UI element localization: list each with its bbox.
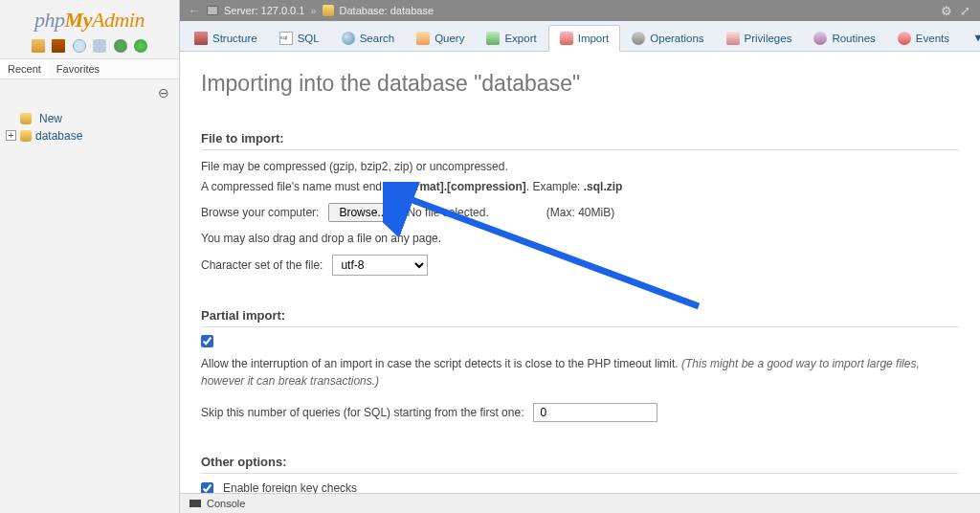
no-file-text: No file selected.	[407, 206, 488, 219]
sidebar-tabs: Recent Favorites	[0, 58, 179, 79]
privileges-icon	[726, 32, 740, 45]
page-title: Importing into the database "database"	[201, 71, 959, 97]
section-file: File to import:	[201, 125, 959, 150]
tab-query[interactable]: Query	[406, 26, 475, 51]
home-icon[interactable]	[32, 39, 45, 53]
nav-back-icon[interactable]: ←	[188, 3, 201, 18]
section-partial: Partial import:	[201, 302, 959, 327]
partial-text: Allow the interruption of an import in c…	[201, 355, 959, 390]
tab-operations[interactable]: Operations	[621, 26, 714, 51]
skip-input[interactable]	[533, 403, 657, 422]
export-icon	[486, 32, 500, 45]
events-icon	[898, 32, 911, 45]
breadcrumb-bar: ← Server: 127.0.0.1 » Database: database…	[180, 0, 980, 21]
operations-icon	[632, 32, 645, 45]
routines-icon	[813, 32, 827, 45]
sidebar: phpMyAdmin Recent Favorites ⊖ New +	[0, 0, 180, 513]
tab-search[interactable]: Search	[331, 26, 405, 51]
drag-hint: You may also drag and drop a file on any…	[201, 230, 959, 247]
tab-sql[interactable]: SQL	[269, 26, 330, 51]
file-hint2: A compressed file's name must end in .[f…	[201, 178, 959, 195]
main: ← Server: 127.0.0.1 » Database: database…	[180, 0, 980, 513]
tree-new-label: New	[39, 112, 62, 125]
file-hint1: File may be compressed (gzip, bzip2, zip…	[201, 158, 959, 175]
tree-db-label: database	[35, 129, 82, 143]
console-label: Console	[207, 498, 245, 509]
db-tree: New + database	[0, 106, 179, 148]
expand-icon[interactable]: ⤢	[960, 4, 970, 18]
browse-button[interactable]: Browse...	[328, 203, 397, 222]
expand-icon[interactable]: +	[6, 130, 16, 141]
tab-privileges[interactable]: Privileges	[716, 26, 803, 51]
console-bar[interactable]: Console	[180, 493, 980, 513]
tab-favorites[interactable]: Favorites	[49, 59, 107, 78]
breadcrumb-db[interactable]: Database: database	[340, 5, 434, 16]
sql-icon[interactable]	[73, 39, 86, 53]
tab-structure[interactable]: Structure	[184, 26, 268, 51]
tree-new[interactable]: New	[6, 110, 173, 127]
reload-icon[interactable]	[134, 39, 147, 53]
docs-icon[interactable]	[93, 39, 106, 53]
tab-import[interactable]: Import	[548, 25, 621, 52]
tab-events[interactable]: Events	[887, 26, 960, 51]
tab-recent[interactable]: Recent	[0, 59, 49, 78]
settings-icon[interactable]	[114, 39, 127, 53]
tab-export[interactable]: Export	[476, 26, 546, 51]
nav-tabs: Structure SQL Search Query Export Import…	[180, 21, 980, 52]
sidebar-icon-row	[0, 36, 179, 58]
max-size-text: (Max: 40MiB)	[546, 206, 614, 219]
query-icon	[416, 32, 430, 45]
db-icon	[20, 113, 32, 124]
browse-label: Browse your computer:	[201, 206, 319, 219]
console-icon	[189, 500, 201, 507]
skip-label: Skip this number of queries (for SQL) st…	[201, 406, 523, 419]
sql-icon	[279, 32, 293, 45]
content: Importing into the database "database" F…	[180, 52, 980, 513]
breadcrumb-server[interactable]: Server: 127.0.0.1	[224, 5, 304, 16]
tab-routines[interactable]: Routines	[803, 26, 885, 51]
server-icon	[207, 6, 218, 15]
charset-label: Character set of the file:	[201, 258, 323, 272]
search-icon	[342, 32, 355, 45]
section-other: Other options:	[201, 449, 959, 474]
charset-select[interactable]: utf-8	[332, 255, 428, 276]
gear-icon[interactable]: ⚙	[941, 4, 952, 18]
database-icon	[323, 5, 334, 16]
more-icon: ▾	[971, 32, 980, 45]
import-icon	[560, 32, 573, 45]
db-icon[interactable]	[52, 39, 65, 53]
db-icon	[20, 130, 32, 142]
browse-row: Browse your computer: Browse... No file …	[201, 203, 959, 222]
tree-db[interactable]: + database	[6, 127, 173, 145]
charset-row: Character set of the file: utf-8	[201, 255, 959, 276]
collapse-icon[interactable]: ⊖	[0, 79, 179, 106]
tab-more[interactable]: ▾More	[961, 26, 980, 51]
partial-checkbox[interactable]	[201, 335, 213, 347]
structure-icon	[194, 32, 208, 45]
logo[interactable]: phpMyAdmin	[0, 0, 179, 36]
breadcrumb-sep: »	[310, 5, 316, 16]
